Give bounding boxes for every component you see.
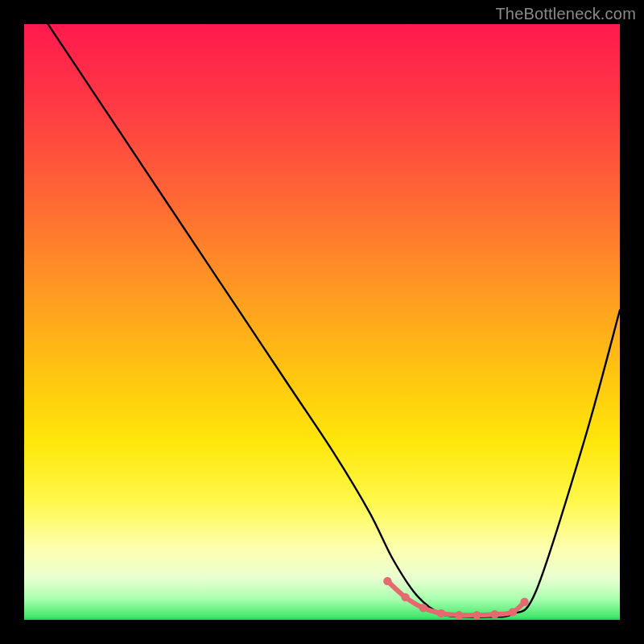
valley-dot — [437, 609, 445, 617]
valley-dot — [473, 611, 481, 619]
bottleneck-curve — [48, 24, 620, 617]
chart-frame: TheBottleneck.com — [0, 0, 644, 644]
watermark-text: TheBottleneck.com — [495, 5, 636, 23]
valley-dot — [509, 608, 517, 616]
valley-dot — [490, 610, 498, 618]
valley-dot — [520, 598, 528, 606]
valley-dot — [401, 593, 409, 601]
valley-dot — [383, 577, 391, 585]
curve-layer — [24, 24, 620, 620]
valley-dot — [455, 611, 463, 619]
plot-area — [24, 24, 620, 620]
valley-dot — [419, 604, 427, 612]
